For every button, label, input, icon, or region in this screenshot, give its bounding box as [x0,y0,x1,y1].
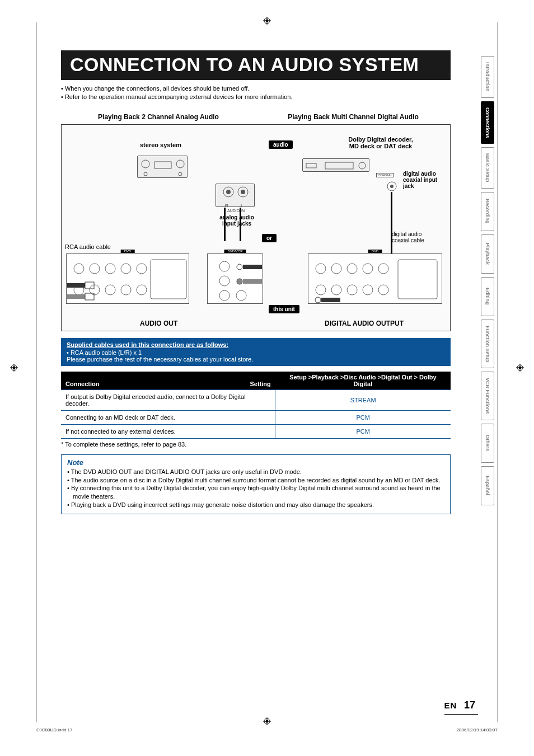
svg-point-31 [90,264,100,274]
digital-audio-output-label: DIGITAL AUDIO OUTPUT [325,320,404,327]
svg-point-64 [315,297,321,303]
stereo-device-icon [137,156,188,178]
svg-point-33 [121,264,131,274]
svg-point-11 [519,367,522,369]
page-title: CONNECTION TO AN AUDIO SYSTEM [61,50,451,80]
svg-point-23 [359,162,366,169]
svg-point-48 [236,290,246,300]
note-title: Note [67,458,444,467]
note-box: Note The DVD AUDIO OUT and DIGITAL AUDIO… [61,454,451,514]
svg-rect-21 [306,163,316,168]
analog-audio-1: analog audio [212,214,262,220]
svg-point-45 [219,261,229,271]
svg-point-38 [105,285,115,295]
tab-playback[interactable]: Playback [481,234,494,274]
svg-point-46 [219,276,229,286]
svg-point-62 [363,285,373,295]
svg-rect-50 [243,265,262,269]
dolby-label-2: MD deck or DAT deck [325,143,437,149]
tab-vcr-functions[interactable]: VCR Functions [481,372,494,420]
side-tabs: Introduction Connections Basic Setup Rec… [481,56,494,505]
tab-editing[interactable]: Editing [481,277,494,316]
svg-rect-42 [85,282,94,289]
table-value-cell: STREAM [275,389,451,410]
svg-rect-35 [151,260,186,299]
note-item: Playing back a DVD using incorrect setti… [67,501,444,509]
svg-point-39 [121,285,131,295]
tab-espanol[interactable]: Español [481,466,494,505]
supplied-cables-box: Supplied cables used in this connection … [61,338,451,366]
svg-point-56 [363,264,373,274]
diagram-area: Playing Back 2 Channel Analog Audio Play… [61,113,475,331]
dolby-label-1: Dolby Digital decoder, [325,136,437,143]
table-row: Connecting to an MD deck or DAT deck. PC… [61,410,451,424]
table-value-cell: PCM [275,410,451,424]
page-number: EN 17 [444,699,475,711]
coax-jack-icon [386,181,397,193]
svg-point-59 [316,285,326,295]
tab-recording[interactable]: Recording [481,192,494,231]
intro-line-2: • Refer to the operation manual accompan… [61,93,475,101]
svg-point-30 [74,264,84,274]
diagram-body: stereo system audio Dolby Digital decode… [61,124,451,331]
rca-plug-center-r-icon [235,278,263,286]
svg-point-7 [13,367,16,369]
svg-point-53 [316,264,326,274]
svg-rect-44 [85,293,94,300]
page-lang: EN [444,701,457,710]
digital-coax-jack-2: coaxial input [403,177,437,183]
svg-point-54 [331,264,341,274]
svg-point-19 [144,172,147,176]
audio-pill: audio [269,140,293,149]
coaxial-small-label: COAXIAL [376,173,394,177]
svg-point-55 [347,264,357,274]
svg-rect-18 [154,162,171,168]
tab-basic-setup[interactable]: Basic Setup [481,147,494,189]
table-connection-header: Connection [65,381,250,387]
registration-mark-right-icon [516,364,524,372]
tab-introduction[interactable]: Introduction [481,56,494,98]
table-value-cell: PCM [275,424,451,438]
svg-rect-52 [243,279,262,284]
svg-point-25 [390,185,394,188]
footer-left: E9C80UD.indd 17 [36,727,72,732]
svg-point-29 [241,190,245,194]
svg-point-3 [266,20,269,22]
analog-audio-2: input jacks [212,220,262,227]
page-num: 17 [464,699,475,711]
svg-point-63 [378,285,388,295]
cable-line-icon [240,208,241,241]
or-pill: or [262,234,277,242]
this-unit-pill: this unit [269,305,299,313]
diagram-header-right: Playing Back Multi Channel Digital Audio [256,113,451,121]
rca-plug-l-icon [67,281,95,290]
page-frame: CONNECTION TO AN AUDIO SYSTEM • When you… [36,22,498,722]
svg-point-17 [176,160,184,168]
svg-point-34 [137,264,147,274]
svg-point-27 [226,190,231,194]
svg-rect-22 [325,162,353,169]
table-row: If not connected to any external devices… [61,424,451,438]
tab-function-setup[interactable]: Function Setup [481,320,494,369]
svg-point-49 [237,264,242,270]
supplied-line-1: • RCA audio cable (L/R) x 1 [67,349,445,356]
table-setting-path: Setup >Playback >Disc Audio >Digital Out… [275,372,451,390]
tab-others[interactable]: Others [481,424,494,463]
tab-connections[interactable]: Connections [481,101,494,144]
rca-plug-center-l-icon [235,264,263,271]
svg-point-20 [179,172,182,176]
table-connection-cell: If output is Dolby Digital encoded audio… [61,389,275,410]
note-item: The audio source on a disc in a Dolby Di… [67,476,444,485]
svg-rect-41 [67,283,85,288]
svg-rect-58 [398,260,437,299]
cable-line-icon [224,208,226,241]
svg-point-57 [378,264,388,274]
coax-plug-icon [313,296,341,305]
table-row: If output is Dolby Digital encoded audio… [61,389,451,410]
rca-cable-label: RCA audio cable [65,243,111,250]
registration-mark-left-icon [10,364,18,372]
supplied-header: Supplied cables used in this connection … [67,341,445,348]
stereo-system-label: stereo system [140,142,181,148]
digital-coax-jack-1: digital audio [403,171,437,177]
table-connection-cell: If not connected to any external devices… [61,424,275,438]
